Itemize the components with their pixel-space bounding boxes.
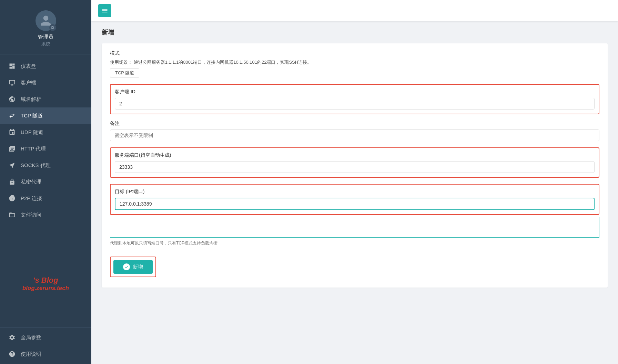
sidebar-item-client[interactable]: 客户端	[0, 74, 91, 91]
sidebar-item-label: UDP 隧道	[21, 129, 43, 136]
client-id-label: 客户端 ID	[115, 89, 595, 95]
sidebar: 管理员 系统 仪表盘 客户端	[0, 0, 91, 364]
p2p-icon	[8, 195, 16, 202]
sidebar-item-dashboard[interactable]: 仪表盘	[0, 58, 91, 74]
help-icon	[8, 350, 16, 358]
server-port-group: 服务端端口(留空自动生成)	[110, 147, 599, 178]
sidebar-item-label: TCP 隧道	[21, 113, 43, 119]
private-icon	[8, 178, 16, 186]
settings-icon	[8, 334, 16, 341]
gear-icon	[49, 24, 56, 31]
sidebar-item-p2p[interactable]: P2P 连接	[0, 190, 91, 207]
arrows-swap-icon	[8, 112, 16, 119]
sidebar-item-socks[interactable]: SOCKS 代理	[0, 157, 91, 174]
target-label: 目标 (IP:端口)	[115, 189, 595, 195]
udp-icon	[8, 128, 16, 136]
sidebar-item-label: 域名解析	[21, 96, 41, 103]
globe-icon	[8, 95, 16, 103]
sidebar-item-label: 客户端	[21, 80, 36, 86]
submit-button-label: 新增	[133, 264, 143, 270]
target-group: 目标 (IP:端口)	[110, 184, 599, 215]
sidebar-item-label: 使用说明	[21, 351, 41, 357]
sidebar-item-label: SOCKS 代理	[21, 162, 51, 169]
sidebar-item-label: 文件访问	[21, 212, 41, 218]
client-id-input[interactable]	[115, 98, 595, 110]
sidebar-nav: 仪表盘 客户端 域名解析	[0, 54, 91, 327]
page-title: 新增	[102, 28, 608, 37]
sidebar-user-role: 系统	[41, 41, 50, 47]
file-icon	[8, 211, 16, 219]
dashboard-icon	[8, 62, 16, 70]
target-extra-area	[110, 217, 599, 238]
client-id-group: 客户端 ID	[110, 84, 599, 114]
sidebar-item-file[interactable]: 文件访问	[0, 207, 91, 223]
sidebar-item-label: P2P 连接	[21, 195, 42, 202]
sidebar-item-label: HTTP 代理	[21, 146, 46, 152]
remark-input[interactable]	[110, 129, 599, 141]
sidebar-item-dns[interactable]: 域名解析	[0, 91, 91, 107]
sidebar-item-label: 私密代理	[21, 179, 41, 185]
submit-wrap: 新增	[110, 257, 156, 277]
check-icon	[123, 263, 130, 270]
remark-group: 备注	[110, 121, 599, 141]
server-port-input[interactable]	[115, 161, 595, 173]
mode-description: 使用场景： 通过公网服务器1.1.1.1的8001端口，连接内网机器10.1.5…	[110, 59, 599, 65]
avatar	[36, 10, 56, 31]
monitor-icon	[8, 79, 16, 86]
use-label: 使用场景：	[110, 60, 132, 65]
sidebar-header: 管理员 系统	[0, 0, 91, 54]
mode-badge[interactable]: TCP 隧道	[110, 68, 139, 78]
server-port-label: 服务端端口(留空自动生成)	[115, 152, 595, 158]
form-section: 模式 使用场景： 通过公网服务器1.1.1.1的8001端口，连接内网机器10.…	[102, 43, 608, 288]
sidebar-item-http[interactable]: HTTP 代理	[0, 141, 91, 157]
sidebar-bottom: 全局参数 使用说明	[0, 327, 91, 364]
sidebar-item-tcp[interactable]: TCP 隧道	[0, 107, 91, 124]
sidebar-username: 管理员	[38, 34, 53, 40]
submit-button[interactable]: 新增	[113, 260, 153, 274]
topbar	[91, 0, 618, 21]
hint-text: 代理到本地可以只填写端口号，只有TCP模式支持负载均衡	[110, 240, 599, 246]
sidebar-item-private[interactable]: 私密代理	[0, 174, 91, 190]
sidebar-item-label: 全局参数	[21, 334, 41, 341]
page-body: 新增 模式 使用场景： 通过公网服务器1.1.1.1的8001端口，连接内网机器…	[91, 21, 618, 364]
sidebar-item-help[interactable]: 使用说明	[0, 346, 91, 362]
mode-description-text: 通过公网服务器1.1.1.1的8001端口，连接内网机器10.1.50.101的…	[134, 60, 312, 65]
remark-label: 备注	[110, 121, 599, 127]
sidebar-item-global[interactable]: 全局参数	[0, 329, 91, 346]
mode-group: 模式 使用场景： 通过公网服务器1.1.1.1的8001端口，连接内网机器10.…	[110, 50, 599, 78]
sidebar-item-label: 仪表盘	[21, 63, 36, 70]
mode-label: 模式	[110, 50, 599, 56]
menu-toggle-button[interactable]	[98, 4, 111, 17]
http-icon	[8, 145, 16, 153]
socks-icon	[8, 162, 16, 169]
main-content: 新增 模式 使用场景： 通过公网服务器1.1.1.1的8001端口，连接内网机器…	[91, 0, 618, 364]
target-input[interactable]	[115, 198, 595, 210]
sidebar-item-udp[interactable]: UDP 隧道	[0, 124, 91, 141]
